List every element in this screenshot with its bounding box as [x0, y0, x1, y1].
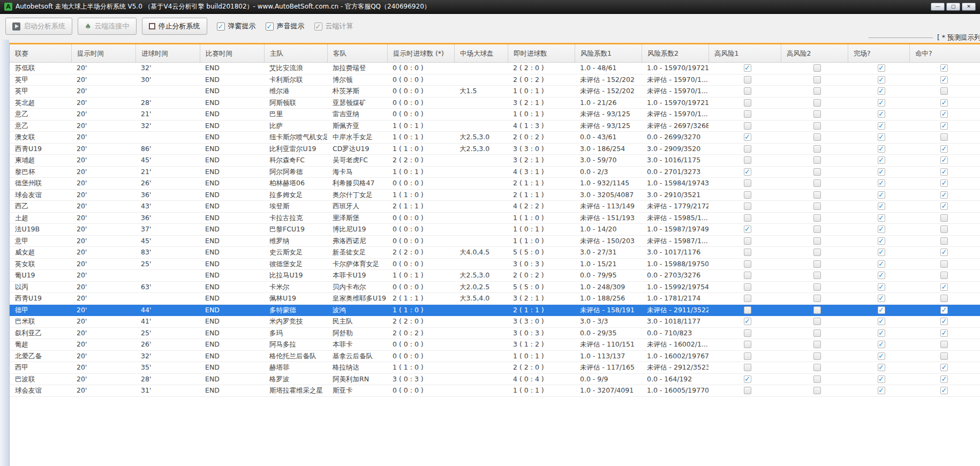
highrisk1-checkbox[interactable] [744, 99, 751, 107]
table-row[interactable]: 黎巴杯20'21'END阿尔阿希德海卡马1 ( 0 : 1 )4 ( 3 : 1… [10, 167, 980, 178]
highrisk2-checkbox[interactable] [813, 306, 821, 314]
table-row[interactable]: 球会友谊20'36'END拉多姆女足奥尔什丁女足1 ( 1 : 0 )2 ( 1… [10, 190, 980, 201]
highrisk2-checkbox[interactable] [813, 249, 821, 256]
table-row[interactable]: 巴波联20'28'END格罗波阿美利加RN3 ( 0 : 3 )4 ( 0 : … [10, 374, 980, 386]
finished-checkbox[interactable] [878, 387, 885, 394]
column-header[interactable]: 提示时间 [71, 44, 135, 62]
highrisk2-checkbox[interactable] [813, 133, 821, 141]
finished-checkbox[interactable] [878, 283, 885, 291]
highrisk2-checkbox[interactable] [813, 99, 821, 107]
finished-checkbox[interactable] [878, 329, 885, 337]
table-row[interactable]: 英甲20'END维尔港朴茨茅斯0 ( 0 : 0 )大1.51 ( 0 : 1 … [10, 86, 980, 97]
hit-checkbox[interactable] [940, 306, 948, 314]
highrisk2-checkbox[interactable] [813, 110, 821, 118]
table-row[interactable]: 英女联20'25'END彼德堡女足卡尔萨体育女足0 ( 0 : 0 )3 ( 0… [10, 259, 980, 270]
finished-checkbox[interactable] [878, 249, 885, 256]
highrisk1-checkbox[interactable] [744, 191, 751, 199]
hit-checkbox[interactable] [940, 202, 948, 210]
highrisk2-checkbox[interactable] [813, 237, 821, 245]
column-header[interactable]: 完场? [848, 44, 909, 62]
hit-checkbox[interactable] [940, 87, 948, 95]
highrisk1-checkbox[interactable] [744, 237, 751, 245]
hit-checkbox[interactable] [940, 329, 948, 337]
table-row[interactable]: 葡超20'26'END阿马多拉本菲卡0 ( 0 : 0 )3 ( 1 : 2 )… [10, 339, 980, 351]
highrisk2-checkbox[interactable] [813, 295, 821, 302]
table-row[interactable]: 法U19B20'37'END巴黎FCU19博比尼U190 ( 0 : 0 )1 … [10, 224, 980, 236]
highrisk2-checkbox[interactable] [813, 226, 821, 233]
highrisk1-checkbox[interactable] [744, 272, 751, 279]
finished-checkbox[interactable] [878, 122, 885, 130]
hit-checkbox[interactable] [940, 341, 948, 348]
stop-analysis-button[interactable]: 停止分析系统 [142, 18, 207, 35]
highrisk2-checkbox[interactable] [813, 76, 821, 84]
hit-checkbox[interactable] [940, 352, 948, 360]
highrisk2-checkbox[interactable] [813, 260, 821, 268]
highrisk1-checkbox[interactable] [744, 283, 751, 291]
table-row[interactable]: 澳女联20'END纽卡斯尔喷气机女足中岸水手女足1 ( 0 : 1 )大2.5,… [10, 132, 980, 144]
hit-checkbox[interactable] [940, 226, 948, 233]
highrisk1-checkbox[interactable] [744, 179, 751, 187]
hit-checkbox[interactable] [940, 191, 948, 199]
finished-checkbox[interactable] [878, 226, 885, 233]
maximize-button[interactable]: ▢ [946, 3, 960, 11]
hit-checkbox[interactable] [940, 364, 948, 371]
table-row[interactable]: 巴米联20'41'END米内罗竞技民主队2 ( 2 : 0 )3 ( 3 : 0… [10, 316, 980, 328]
column-header[interactable]: 客队 [327, 44, 387, 62]
highrisk1-checkbox[interactable] [744, 364, 751, 371]
table-row[interactable]: 西乙20'43'END埃登斯西班牙人2 ( 1 : 1 )4 ( 2 : 2 )… [10, 201, 980, 213]
highrisk2-checkbox[interactable] [813, 341, 821, 348]
table-row[interactable]: 威女超20'83'END史云斯女足新圣徒女足2 ( 2 : 0 )大4.0,4.… [10, 247, 980, 259]
highrisk1-checkbox[interactable] [744, 202, 751, 210]
highrisk2-checkbox[interactable] [813, 375, 821, 383]
highrisk2-checkbox[interactable] [813, 283, 821, 291]
highrisk1-checkbox[interactable] [744, 318, 751, 325]
finished-checkbox[interactable] [878, 191, 885, 199]
finished-checkbox[interactable] [878, 260, 885, 268]
finished-checkbox[interactable] [878, 214, 885, 222]
cloud-compute-checkbox[interactable]: ✓ 云端计算 [314, 21, 353, 31]
column-header[interactable]: 命中? [909, 44, 974, 62]
highrisk1-checkbox[interactable] [744, 87, 751, 95]
finished-checkbox[interactable] [878, 318, 885, 325]
highrisk2-checkbox[interactable] [813, 364, 821, 371]
hit-checkbox[interactable] [940, 122, 948, 130]
column-header[interactable]: 高风险2 [781, 44, 848, 62]
finished-checkbox[interactable] [878, 168, 885, 176]
hit-checkbox[interactable] [940, 99, 948, 107]
column-header[interactable]: 比赛时间 [200, 44, 264, 62]
popup-alert-checkbox[interactable]: ✓ 弹窗提示 [217, 21, 256, 31]
table-row[interactable]: 西青U1920'END佩林U19皇家奥维耶多U192 ( 1 : 1 )大3.5… [10, 293, 980, 305]
highrisk2-checkbox[interactable] [813, 387, 821, 394]
hit-checkbox[interactable] [940, 64, 948, 72]
highrisk1-checkbox[interactable] [744, 260, 751, 268]
column-header[interactable]: 联赛 [10, 44, 71, 62]
table-row[interactable]: 意乙20'21'END巴里雷吉亚纳0 ( 0 : 0 )1 ( 0 : 1 )未… [10, 109, 980, 121]
hit-checkbox[interactable] [940, 318, 948, 325]
hit-checkbox[interactable] [940, 156, 948, 164]
table-row[interactable]: 柬埔超20'45'END科尔森奇FC吴哥老虎FC2 ( 2 : 0 )3 ( 2… [10, 155, 980, 167]
hit-checkbox[interactable] [940, 375, 948, 383]
highrisk2-checkbox[interactable] [813, 329, 821, 337]
highrisk1-checkbox[interactable] [744, 387, 751, 394]
table-row[interactable]: 土超20'36'END卡拉古拉克里泽斯堡0 ( 0 : 0 )1 ( 1 : 0… [10, 213, 980, 224]
finished-checkbox[interactable] [878, 295, 885, 302]
highrisk1-checkbox[interactable] [744, 341, 751, 348]
hit-checkbox[interactable] [940, 237, 948, 245]
finished-checkbox[interactable] [878, 341, 885, 348]
highrisk2-checkbox[interactable] [813, 156, 821, 164]
table-row[interactable]: 球会友谊20'31'END斯塔拉霍维采之星斯亚卡0 ( 0 : 0 )1 ( 0… [10, 385, 980, 397]
table-row[interactable]: 以丙20'63'END卡米尔贝内卡布尔0 ( 0 : 0 )大2.0,2.55 … [10, 282, 980, 294]
highrisk2-checkbox[interactable] [813, 272, 821, 279]
table-row[interactable]: 德甲20'44'END多特蒙德波鸿1 ( 1 : 0 )2 ( 1 : 1 )未… [10, 305, 980, 317]
finished-checkbox[interactable] [878, 375, 885, 383]
column-header[interactable]: 高风险1 [708, 44, 781, 62]
highrisk1-checkbox[interactable] [744, 110, 751, 118]
highrisk2-checkbox[interactable] [813, 179, 821, 187]
finished-checkbox[interactable] [878, 76, 885, 84]
finished-checkbox[interactable] [878, 306, 885, 314]
finished-checkbox[interactable] [878, 156, 885, 164]
highrisk1-checkbox[interactable] [744, 133, 751, 141]
hit-checkbox[interactable] [940, 249, 948, 256]
highrisk2-checkbox[interactable] [813, 122, 821, 130]
table-row[interactable]: 葡U1920'END比拉马U19本菲卡U191 ( 0 : 1 )大2.5,3.… [10, 270, 980, 282]
